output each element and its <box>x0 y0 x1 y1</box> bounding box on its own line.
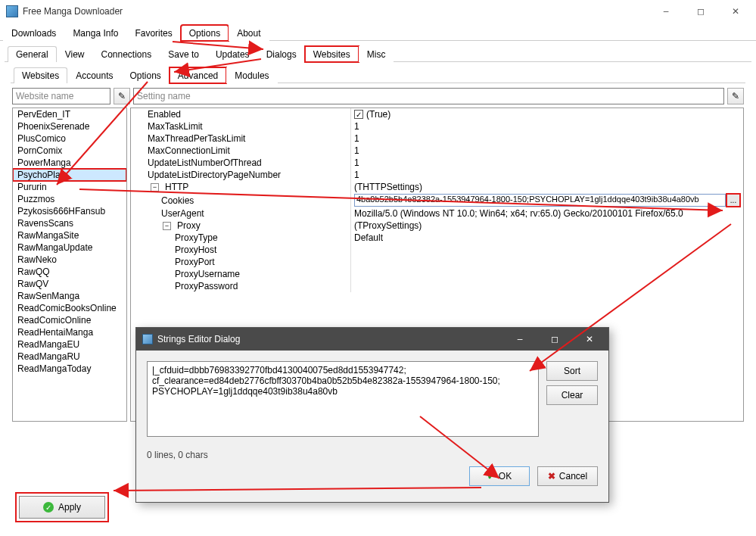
prop-updatelistthreads[interactable]: UpdateListNumberOfThread <box>131 157 350 169</box>
tab-about[interactable]: About <box>229 25 269 41</box>
checkbox-icon: ✓ <box>354 110 363 119</box>
main-tabs: Downloads Manga Info Favorites Options A… <box>0 24 756 41</box>
website-list-item[interactable]: PlusComico <box>13 132 126 145</box>
website-list-item[interactable]: ReadMangaToday <box>13 363 126 375</box>
close-button[interactable]: ✕ <box>718 0 753 23</box>
tab-view[interactable]: View <box>57 46 93 62</box>
tree-collapse-icon[interactable]: − <box>151 183 159 192</box>
minimize-button[interactable]: – <box>649 0 683 23</box>
tab-connections[interactable]: Connections <box>93 46 160 62</box>
prop-proxy[interactable]: Proxy <box>177 220 201 231</box>
prop-proxytype[interactable]: ProxyType <box>131 232 350 244</box>
website-list-item[interactable]: RawMangaUpdate <box>13 242 126 254</box>
sort-button[interactable]: Sort <box>546 361 598 381</box>
options-tabs: General View Connections Save to Updates… <box>5 45 751 62</box>
ok-button[interactable]: ✔OK <box>469 466 530 486</box>
tree-collapse-icon[interactable]: − <box>163 222 171 230</box>
wand-icon: ✎ <box>118 91 126 101</box>
app-icon <box>142 334 153 344</box>
tab-general[interactable]: General <box>8 46 57 62</box>
tab-ws-accounts[interactable]: Accounts <box>67 67 121 83</box>
dialog-status: 0 lines, 0 chars <box>136 450 608 463</box>
website-list-item[interactable]: Puzzmos <box>13 193 126 205</box>
cookies-editor-button[interactable]: ... <box>726 194 740 207</box>
website-list-item[interactable]: ReadMangaEU <box>13 338 126 351</box>
cookies-value-input[interactable]: 4ba0b52b5b4e82382a-1553947964-1800-150;P… <box>354 194 726 207</box>
website-list-item[interactable]: ReadComicOnline <box>13 314 126 326</box>
check-circle-icon: ✓ <box>43 502 54 513</box>
website-name-filter[interactable] <box>12 88 110 104</box>
website-list-item[interactable]: RawSenManga <box>13 290 126 302</box>
website-list-item[interactable]: Pzykosis666HFansub <box>13 205 126 217</box>
dialog-title: Strings Editor Dialog <box>157 334 502 344</box>
clear-button[interactable]: Clear <box>546 385 598 405</box>
app-icon <box>6 5 18 17</box>
tab-ws-modules[interactable]: Modules <box>226 67 277 83</box>
strings-editor-dialog: Strings Editor Dialog – ◻ ✕ Sort Clear 0… <box>135 327 609 503</box>
website-list-item[interactable]: RawQV <box>13 278 126 290</box>
setting-name-filter[interactable] <box>133 88 724 104</box>
website-list-item[interactable]: ReadHentaiManga <box>13 326 126 338</box>
tab-websites[interactable]: Websites <box>305 46 359 62</box>
tab-misc[interactable]: Misc <box>359 46 394 62</box>
dialog-titlebar[interactable]: Strings Editor Dialog – ◻ ✕ <box>136 328 608 351</box>
website-list-item[interactable]: RawQQ <box>13 266 126 278</box>
apply-button[interactable]: ✓ Apply <box>19 496 105 519</box>
titlebar: Free Manga Downloader – ◻ ✕ <box>0 0 756 23</box>
window-title: Free Manga Downloader <box>23 6 649 17</box>
dialog-minimize-button[interactable]: – <box>502 329 537 350</box>
prop-http[interactable]: HTTP <box>165 182 188 192</box>
website-list-item[interactable]: PornComix <box>13 145 126 157</box>
prop-enabled[interactable]: Enabled <box>131 108 350 120</box>
prop-updatelistpages[interactable]: UpdateListDirectoryPageNumber <box>131 169 350 181</box>
x-icon: ✖ <box>548 471 555 481</box>
website-list-item[interactable]: Pururin <box>13 181 126 193</box>
tab-favorites[interactable]: Favorites <box>126 25 180 41</box>
prop-maxconnectionlimit[interactable]: MaxConnectionLimit <box>131 145 350 157</box>
setting-filter-clear-button[interactable]: ✎ <box>727 88 744 104</box>
cancel-button[interactable]: ✖Cancel <box>537 466 598 486</box>
tab-dialogs[interactable]: Dialogs <box>258 46 305 62</box>
dialog-close-button[interactable]: ✕ <box>572 329 607 350</box>
check-icon: ✔ <box>487 471 495 481</box>
website-list-item[interactable]: PervEden_IT <box>13 108 126 120</box>
website-list-item[interactable]: RawMangaSite <box>13 229 126 242</box>
website-list-item[interactable]: ReadMangaRU <box>13 351 126 363</box>
tab-manga-info[interactable]: Manga Info <box>64 25 126 41</box>
strings-textarea[interactable] <box>147 361 539 437</box>
website-list[interactable]: PervEden_ITPhoenixSerenadePlusComicoPorn… <box>12 108 127 422</box>
website-list-item[interactable]: PhoenixSerenade <box>13 120 126 132</box>
tab-updates[interactable]: Updates <box>207 46 258 62</box>
dialog-maximize-button[interactable]: ◻ <box>537 329 572 350</box>
tab-save-to[interactable]: Save to <box>160 46 207 62</box>
prop-proxyport[interactable]: ProxyPort <box>131 256 350 268</box>
prop-proxyhost[interactable]: ProxyHost <box>131 244 350 256</box>
prop-maxtasklimit[interactable]: MaxTaskLimit <box>131 120 350 132</box>
prop-useragent[interactable]: UserAgent <box>131 207 350 220</box>
tab-downloads[interactable]: Downloads <box>3 25 64 41</box>
tab-ws-websites[interactable]: Websites <box>14 67 67 83</box>
wand-icon: ✎ <box>732 91 739 101</box>
prop-proxyusername[interactable]: ProxyUsername <box>131 268 350 280</box>
website-list-item[interactable]: PsychoPlay <box>13 169 126 181</box>
website-list-item[interactable]: RavensScans <box>13 217 126 229</box>
tab-ws-options[interactable]: Options <box>122 67 170 83</box>
website-list-item[interactable]: PowerManga <box>13 157 126 169</box>
website-list-item[interactable]: ReadComicBooksOnline <box>13 302 126 314</box>
website-list-item[interactable]: RawNeko <box>13 254 126 266</box>
tab-options[interactable]: Options <box>181 25 229 41</box>
prop-proxypassword[interactable]: ProxyPassword <box>131 280 350 292</box>
websites-tabs: Websites Accounts Options Advanced Modul… <box>11 67 745 83</box>
tab-ws-advanced[interactable]: Advanced <box>170 67 226 83</box>
website-filter-clear-button[interactable]: ✎ <box>114 88 130 104</box>
maximize-button[interactable]: ◻ <box>683 0 718 23</box>
prop-maxthreadpertasklimit[interactable]: MaxThreadPerTaskLimit <box>131 132 350 145</box>
prop-cookies[interactable]: Cookies <box>131 193 350 207</box>
